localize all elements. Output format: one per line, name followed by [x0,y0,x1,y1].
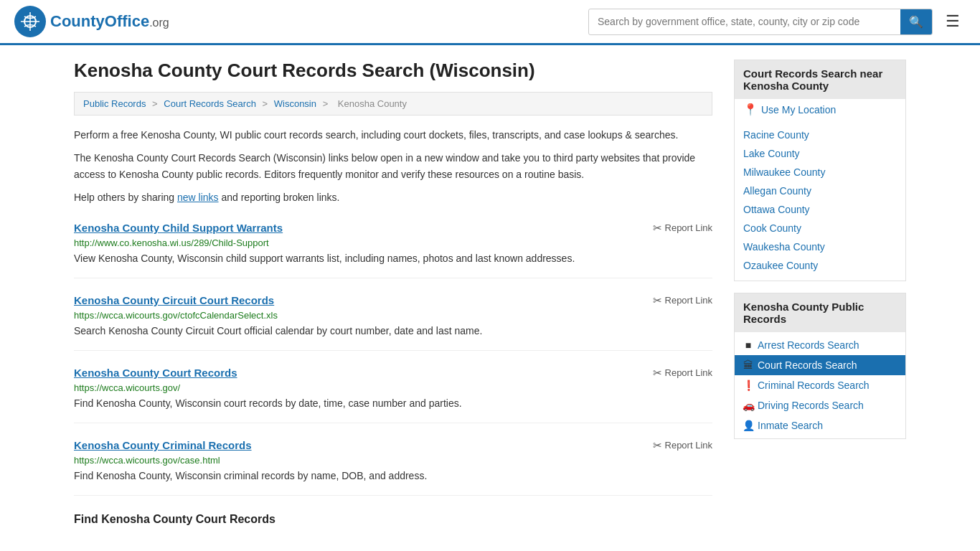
search-button[interactable]: 🔍 [900,9,932,34]
sidebar-county-item: Ozaukee County [735,256,905,275]
county-link[interactable]: Waukesha County [743,241,825,253]
pub-records-icon: 🚗 [743,400,753,410]
breadcrumb-court-records[interactable]: Court Records Search [164,98,256,109]
pub-records-icon: 🏛 [743,360,753,370]
sidebar-county-item: Cook County [735,219,905,237]
record-item: Kenosha County Child Support Warrants ✂ … [74,222,712,278]
record-url: https://wcca.wicourts.gov/ctofcCalendarS… [74,310,712,321]
menu-button[interactable]: ☰ [940,9,966,34]
record-desc: View Kenosha County, Wisconsin child sup… [74,251,712,266]
county-link[interactable]: Milwaukee County [743,166,825,178]
public-records-header: Kenosha County Public Records [735,293,905,332]
county-link[interactable]: Ottawa County [743,204,810,215]
location-pin-icon: 📍 [743,103,758,116]
record-item: Kenosha County Criminal Records ✂ Report… [74,439,712,496]
record-desc: Find Kenosha County, Wisconsin court rec… [74,396,712,411]
use-location: 📍 Use My Location [735,99,905,120]
pub-records-link[interactable]: Driving Records Search [758,400,864,411]
sidebar-county-item: Waukesha County [735,237,905,256]
pub-records-link[interactable]: Inmate Search [758,420,823,431]
pub-records-link[interactable]: Court Records Search [758,359,857,371]
record-desc: Find Kenosha County, Wisconsin criminal … [74,468,712,484]
county-link[interactable]: Cook County [743,222,801,234]
logo-text: CountyOffice.org [50,12,169,31]
content-area: Kenosha County Court Records Search (Wis… [74,60,712,526]
pub-records-icon: ■ [743,340,753,350]
record-url: https://wcca.wicourts.gov/ [74,382,712,393]
record-title[interactable]: Kenosha County Court Records [74,367,237,379]
breadcrumb-current: Kenosha County [338,98,407,109]
record-title[interactable]: Kenosha County Criminal Records [74,439,252,451]
record-header: Kenosha County Criminal Records ✂ Report… [74,439,712,452]
record-header: Kenosha County Circuit Court Records ✂ R… [74,294,712,307]
sidebar-county-item: Milwaukee County [735,163,905,182]
header: CountyOffice.org 🔍 ☰ [0,0,980,45]
record-title[interactable]: Kenosha County Child Support Warrants [74,222,283,234]
nearby-section: Court Records Search near Kenosha County… [734,60,906,281]
use-my-location-link[interactable]: Use My Location [761,104,836,116]
record-header: Kenosha County Court Records ✂ Report Li… [74,367,712,380]
sidebar: Court Records Search near Kenosha County… [734,60,906,526]
sidebar-county-item: Ottawa County [735,200,905,219]
sidebar-county-item: Lake County [735,144,905,163]
record-header: Kenosha County Child Support Warrants ✂ … [74,222,712,235]
county-link[interactable]: Racine County [743,129,809,141]
description-1: Perform a free Kenosha County, WI public… [74,127,712,143]
sidebar-county-item: Racine County [735,126,905,144]
report-link[interactable]: ✂ Report Link [653,222,712,235]
pub-records-icon: 👤 [743,420,753,430]
record-desc: Search Kenosha County Circuit Court offi… [74,324,712,339]
page-title: Kenosha County Court Records Search (Wis… [74,60,712,82]
logo-area: CountyOffice.org [14,6,169,37]
public-records-list: ■ Arrest Records Search 🏛 Court Records … [735,332,905,438]
record-url: http://www.co.kenosha.wi.us/289/Child-Su… [74,237,712,248]
pub-records-item[interactable]: 👤 Inmate Search [735,415,905,435]
new-links-link[interactable]: new links [177,192,219,203]
search-bar: 🔍 [588,9,933,35]
search-input[interactable] [589,10,900,33]
report-icon: ✂ [653,222,662,235]
report-icon: ✂ [653,294,662,307]
nearby-section-header: Court Records Search near Kenosha County [735,60,905,99]
record-item: Kenosha County Court Records ✂ Report Li… [74,367,712,423]
record-url: https://wcca.wicourts.gov/case.html [74,455,712,466]
report-link[interactable]: ✂ Report Link [653,294,712,307]
record-item: Kenosha County Circuit Court Records ✂ R… [74,294,712,351]
pub-records-item[interactable]: ❗ Criminal Records Search [735,375,905,395]
main-container: Kenosha County Court Records Search (Wis… [60,45,920,540]
pub-records-item[interactable]: ■ Arrest Records Search [735,335,905,355]
description-2: The Kenosha County Court Records Search … [74,150,712,182]
breadcrumb-public-records[interactable]: Public Records [83,98,146,109]
pub-records-link[interactable]: Arrest Records Search [758,339,859,351]
description-3: Help others by sharing new links and rep… [74,189,712,205]
header-right: 🔍 ☰ [588,9,966,35]
pub-records-item[interactable]: 🚗 Driving Records Search [735,395,905,415]
pub-records-item[interactable]: 🏛 Court Records Search [735,355,905,375]
public-records-section: Kenosha County Public Records ■ Arrest R… [734,293,906,439]
records-container: Kenosha County Child Support Warrants ✂ … [74,222,712,496]
record-title[interactable]: Kenosha County Circuit Court Records [74,294,274,306]
logo-icon [14,6,46,37]
county-link[interactable]: Ozaukee County [743,260,818,271]
county-link[interactable]: Lake County [743,148,800,159]
pub-records-icon: ❗ [743,380,753,390]
report-icon: ✂ [653,439,662,452]
find-section-title: Find Kenosha County Court Records [74,513,712,526]
county-link[interactable]: Allegan County [743,185,811,197]
report-icon: ✂ [653,367,662,380]
breadcrumb: Public Records > Court Records Search > … [74,92,712,116]
report-link[interactable]: ✂ Report Link [653,367,712,380]
sidebar-county-item: Allegan County [735,182,905,200]
breadcrumb-wisconsin[interactable]: Wisconsin [274,98,316,109]
report-link[interactable]: ✂ Report Link [653,439,712,452]
county-list: Racine CountyLake CountyMilwaukee County… [735,120,905,281]
pub-records-link[interactable]: Criminal Records Search [758,380,870,391]
